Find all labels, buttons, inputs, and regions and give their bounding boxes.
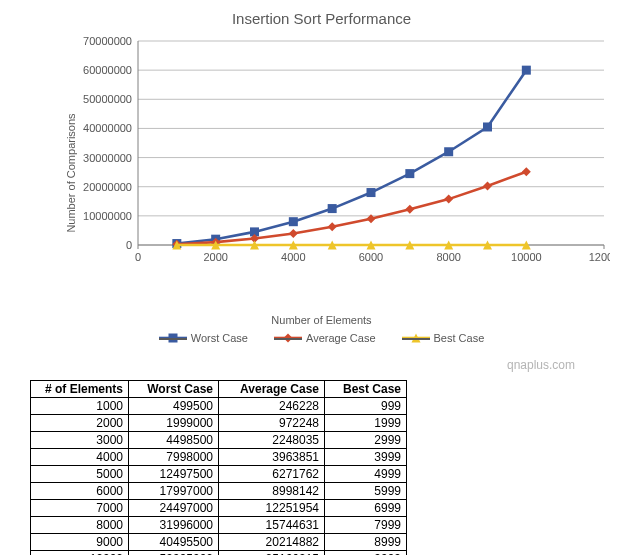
cell: 999 — [325, 398, 407, 415]
svg-text:0: 0 — [126, 239, 132, 251]
svg-text:10000: 10000 — [511, 251, 542, 263]
cell: 5999 — [325, 483, 407, 500]
cell: 12497500 — [129, 466, 219, 483]
svg-text:6000: 6000 — [359, 251, 383, 263]
legend-best-label: Best Case — [434, 332, 485, 344]
cell: 5000 — [31, 466, 129, 483]
table-row: 60001799700089981425999 — [31, 483, 407, 500]
svg-text:60000000: 60000000 — [83, 64, 132, 76]
svg-text:10000000: 10000000 — [83, 210, 132, 222]
cell: 1999 — [325, 415, 407, 432]
svg-text:30000000: 30000000 — [83, 152, 132, 164]
cell: 6271762 — [219, 466, 325, 483]
legend-worst: Worst Case — [159, 332, 248, 344]
svg-text:50000000: 50000000 — [83, 93, 132, 105]
chart-plot: 0100000002000000030000000400000005000000… — [70, 37, 610, 267]
svg-text:12000: 12000 — [589, 251, 610, 263]
svg-marker-46 — [328, 222, 337, 231]
svg-marker-65 — [284, 334, 293, 343]
table-row: 3000449850022480352999 — [31, 432, 407, 449]
chart-legend: Worst Case Average Case Best Case — [8, 332, 635, 344]
cell: 40495500 — [129, 534, 219, 551]
legend-avg-label: Average Case — [306, 332, 376, 344]
legend-worst-label: Worst Case — [191, 332, 248, 344]
cell: 59995000 — [129, 551, 219, 556]
svg-rect-63 — [168, 334, 177, 343]
table-row: 200019990009722481999 — [31, 415, 407, 432]
svg-text:8000: 8000 — [436, 251, 460, 263]
cell: 7000 — [31, 500, 129, 517]
col-header: Average Case — [219, 381, 325, 398]
col-header: Best Case — [325, 381, 407, 398]
col-header: # of Elements — [31, 381, 129, 398]
cell: 17997000 — [129, 483, 219, 500]
table-row: 800031996000157446317999 — [31, 517, 407, 534]
svg-rect-41 — [522, 66, 531, 75]
cell: 25166215 — [219, 551, 325, 556]
svg-rect-38 — [405, 169, 414, 178]
table-row: 900040495500202148828999 — [31, 534, 407, 551]
table-row: 1000499500246228999 — [31, 398, 407, 415]
chart-title: Insertion Sort Performance — [8, 10, 635, 27]
svg-text:2000: 2000 — [203, 251, 227, 263]
cell: 3999 — [325, 449, 407, 466]
data-table: # of ElementsWorst CaseAverage CaseBest … — [30, 380, 407, 555]
cell: 1000 — [31, 398, 129, 415]
cell: 246228 — [219, 398, 325, 415]
cell: 2248035 — [219, 432, 325, 449]
svg-marker-48 — [405, 205, 414, 214]
cell: 31996000 — [129, 517, 219, 534]
svg-text:40000000: 40000000 — [83, 122, 132, 134]
chart-area: Number of Comparisons 010000000200000003… — [8, 35, 635, 310]
svg-marker-49 — [444, 195, 453, 204]
cell: 10000 — [31, 551, 129, 556]
svg-marker-50 — [483, 182, 492, 191]
cell: 4999 — [325, 466, 407, 483]
table-row: 4000799800039638513999 — [31, 449, 407, 466]
cell: 4000 — [31, 449, 129, 466]
cell: 2000 — [31, 415, 129, 432]
cell: 3000 — [31, 432, 129, 449]
cell: 7998000 — [129, 449, 219, 466]
svg-marker-51 — [522, 167, 531, 176]
svg-marker-45 — [289, 229, 298, 238]
cell: 8000 — [31, 517, 129, 534]
svg-text:4000: 4000 — [281, 251, 305, 263]
svg-marker-67 — [411, 334, 420, 343]
svg-text:20000000: 20000000 — [83, 181, 132, 193]
cell: 9000 — [31, 534, 129, 551]
cell: 6000 — [31, 483, 129, 500]
cell: 4498500 — [129, 432, 219, 449]
cell: 7999 — [325, 517, 407, 534]
table-row: 50001249750062717624999 — [31, 466, 407, 483]
svg-text:0: 0 — [135, 251, 141, 263]
cell: 8999 — [325, 534, 407, 551]
cell: 972248 — [219, 415, 325, 432]
svg-rect-37 — [367, 188, 376, 197]
cell: 8998142 — [219, 483, 325, 500]
svg-rect-39 — [444, 147, 453, 156]
cell: 2999 — [325, 432, 407, 449]
legend-best: Best Case — [402, 332, 485, 344]
cell: 15744631 — [219, 517, 325, 534]
cell: 9999 — [325, 551, 407, 556]
cell: 1999000 — [129, 415, 219, 432]
cell: 3963851 — [219, 449, 325, 466]
x-axis-label: Number of Elements — [8, 314, 635, 326]
cell: 6999 — [325, 500, 407, 517]
table-row: 700024497000122519546999 — [31, 500, 407, 517]
table-row: 1000059995000251662159999 — [31, 551, 407, 556]
svg-text:70000000: 70000000 — [83, 37, 132, 47]
cell: 499500 — [129, 398, 219, 415]
svg-rect-35 — [289, 217, 298, 226]
watermark: qnaplus.com — [8, 358, 635, 372]
svg-rect-36 — [328, 204, 337, 213]
svg-rect-40 — [483, 122, 492, 131]
cell: 20214882 — [219, 534, 325, 551]
cell: 12251954 — [219, 500, 325, 517]
legend-avg: Average Case — [274, 332, 376, 344]
cell: 24497000 — [129, 500, 219, 517]
col-header: Worst Case — [129, 381, 219, 398]
